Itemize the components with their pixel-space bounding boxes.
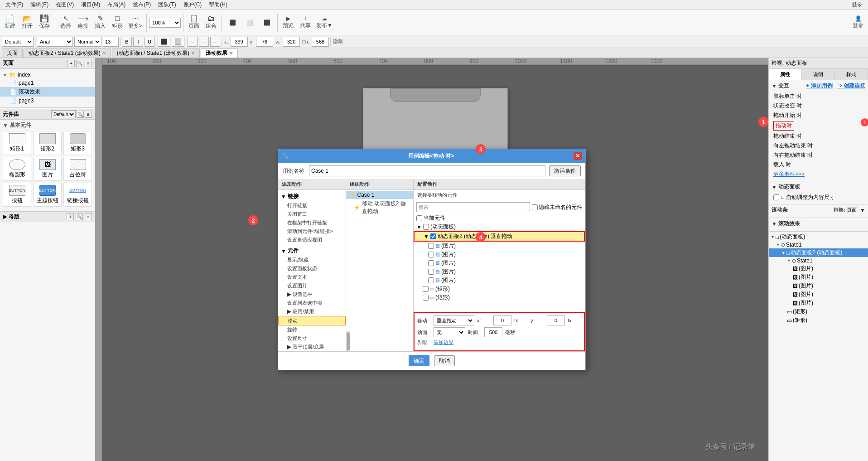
shape2-checkbox[interactable] (423, 295, 429, 301)
menu-publish[interactable]: 发布(P) (130, 0, 154, 10)
open-btn[interactable]: 📂 打开 (19, 12, 35, 34)
action-show-hide[interactable]: 显示/隐藏 (278, 256, 346, 264)
right-tab-style[interactable]: 样式 (835, 69, 868, 80)
action-set-selected[interactable]: ▶ 设置选中 (278, 290, 346, 299)
text-center-btn[interactable]: ≡ (199, 37, 209, 47)
org-action-move[interactable]: ⚡ 移动 动态面板2 垂直拖动 (346, 199, 414, 216)
config-dynpanel2-item[interactable]: ▼ 动态面板2 (动态面板) 垂直拖动 (414, 231, 585, 242)
tab-dynpanel2[interactable]: 动态面板2 / State1 (滚动效果) ✕ (24, 49, 111, 58)
page-btn[interactable]: 📋 页面 (186, 12, 202, 34)
img3-checkbox[interactable] (428, 260, 434, 266)
hide-unnamed-checkbox[interactable] (532, 204, 538, 210)
action-set-image[interactable]: 设置图片 (278, 281, 346, 290)
config-img3[interactable]: 🖼 (图片) (414, 259, 585, 267)
weight-select[interactable]: Normal (74, 37, 101, 47)
y-input[interactable] (256, 37, 273, 47)
menu-project[interactable]: 项目(M) (78, 0, 103, 10)
action-set-size[interactable]: 设置尺寸 (278, 334, 346, 343)
organize-scrollbar[interactable] (346, 331, 350, 351)
shape1-checkbox[interactable] (423, 286, 429, 292)
action-enable-disable[interactable]: ▶ 应用/禁用 (278, 307, 346, 316)
current-checkbox[interactable] (416, 215, 422, 221)
action-set-adaptive[interactable]: 设置自适应视图 (278, 236, 346, 244)
config-search-input[interactable] (416, 202, 530, 212)
master-btn[interactable]: 🗂 组合 (203, 12, 219, 34)
fill-color-btn[interactable] (172, 37, 184, 47)
menu-account[interactable]: 账户(C) (181, 0, 205, 10)
scroll-filter-icon[interactable]: ▼ (860, 207, 865, 214)
menu-file[interactable]: 文件(F) (3, 0, 26, 10)
master-menu-btn[interactable]: ≡ (85, 213, 92, 220)
event-drag-right[interactable]: 向右拖动结束 时 (772, 150, 865, 160)
img1-checkbox[interactable] (428, 243, 434, 249)
auto-fit-row[interactable]: □ 自动调整为内容尺寸 (772, 193, 865, 202)
zoom-select[interactable]: 100% (149, 18, 181, 28)
widget-circle[interactable]: 椭圆形 (3, 157, 31, 181)
y-config-input[interactable] (547, 315, 565, 325)
config-dynpanel-item[interactable]: ▼ (动态面板) (414, 223, 585, 231)
action-open-link[interactable]: 打开链接 (278, 201, 346, 210)
widget-image[interactable]: 🖼 图片 (33, 157, 62, 181)
more-events-btn[interactable]: 更多事件>>> (773, 171, 805, 177)
menu-layout[interactable]: 布局(A) (105, 0, 128, 10)
dynpanel-checkbox[interactable] (423, 224, 429, 230)
rp-img4[interactable]: 🖼 (图片) (769, 290, 868, 299)
w-input[interactable] (283, 37, 300, 47)
event-state-change[interactable]: 状态改变 时 (772, 101, 865, 111)
action-open-in-frame[interactable]: 在框架中打开链接 (278, 218, 346, 227)
insert-btn[interactable]: ✎ 插入 (92, 12, 108, 34)
time-input[interactable] (484, 327, 502, 337)
style-select[interactable]: Default (2, 37, 34, 47)
tree-page1[interactable]: 📄 page1 (0, 79, 95, 87)
dynpanel2-checkbox[interactable] (430, 233, 436, 239)
widget-rect3[interactable]: 矩形3 (63, 131, 92, 155)
rect-btn[interactable]: □ 矩形 (109, 12, 125, 34)
pages-search-btn[interactable]: 🔍 (76, 60, 83, 67)
event-drag-start[interactable]: 拖动开始 时 (772, 111, 865, 120)
rp-img2[interactable]: 🖼 (图片) (769, 273, 868, 281)
event-drag-end[interactable]: 拖动结束 时 (772, 131, 865, 141)
x-input[interactable] (231, 37, 248, 47)
action-bring-forward[interactable]: ▶ 置于顶层/底层 (278, 343, 346, 351)
config-shape2[interactable]: ▭ (矩形) (414, 293, 585, 302)
pages-menu-btn[interactable]: ≡ (85, 60, 92, 67)
font-size-input[interactable] (103, 37, 119, 47)
tab-scroll-close[interactable]: ✕ (229, 51, 233, 56)
tab-pages[interactable]: 页面 (2, 49, 23, 58)
config-img2[interactable]: 🖼 (图片) (414, 250, 585, 259)
master-search-btn[interactable]: 🔍 (76, 213, 83, 220)
move-type-select[interactable]: 垂直拖动 水平拖动 拖动 到达 (434, 315, 474, 325)
org-case[interactable]: ⚡ Case 1 (346, 191, 414, 199)
tab-scroll-effect[interactable]: 滚动效果 ✕ (201, 49, 238, 58)
hide-unnamed-label[interactable]: 隐藏未命名的元件 (532, 204, 582, 211)
event-mouse-click[interactable]: 鼠标单击 时 (772, 92, 865, 101)
case-name-input[interactable] (309, 165, 545, 176)
config-img5[interactable]: 🖼 (图片) (414, 276, 585, 285)
menu-help[interactable]: 帮助(H) (206, 0, 230, 10)
widget-filter-select[interactable]: Default (51, 110, 76, 118)
italic-btn[interactable]: I (133, 37, 143, 47)
widget-group-header[interactable]: ▼ 元件 (278, 246, 346, 256)
rp-img5[interactable]: 🖼 (图片) (769, 299, 868, 307)
rp-shape1[interactable]: ▭ (矩形) (769, 307, 868, 316)
img2-checkbox[interactable] (428, 252, 434, 257)
widget-placeholder[interactable]: 占位符 (63, 157, 92, 181)
rp-img3[interactable]: 🖼 (图片) (769, 281, 868, 290)
x-config-input[interactable] (493, 315, 511, 325)
menu-view[interactable]: 视图(V) (53, 0, 77, 10)
event-drag[interactable]: 拖动时 1 (772, 120, 865, 131)
tree-page3[interactable]: 📄 page3 (0, 97, 95, 105)
pages-add-btn[interactable]: + (68, 60, 75, 67)
rp-state1[interactable]: ▼ ◇ State1 (769, 241, 868, 248)
action-set-list[interactable]: 设置列表选中项 (278, 299, 346, 307)
select-btn[interactable]: ↖ 选择 (58, 12, 74, 34)
add-case-btn[interactable]: + 添加用例 (806, 82, 832, 90)
action-set-panel[interactable]: 设置面板状态 (278, 264, 346, 273)
rp-dynpanel2[interactable]: ▼ □ 动态面板2 (动态面板) (769, 248, 868, 257)
publish-btn[interactable]: ▶ 预览 (280, 12, 296, 34)
widget-primary-btn[interactable]: BUTTON 主题按钮 (33, 183, 62, 207)
widget-rect2[interactable]: 矩形2 (33, 131, 62, 155)
action-set-text[interactable]: 设置文本 (278, 273, 346, 281)
links-group-header[interactable]: ▼ 链接 (278, 192, 346, 201)
config-img4[interactable]: 🖼 (图片) (414, 267, 585, 276)
